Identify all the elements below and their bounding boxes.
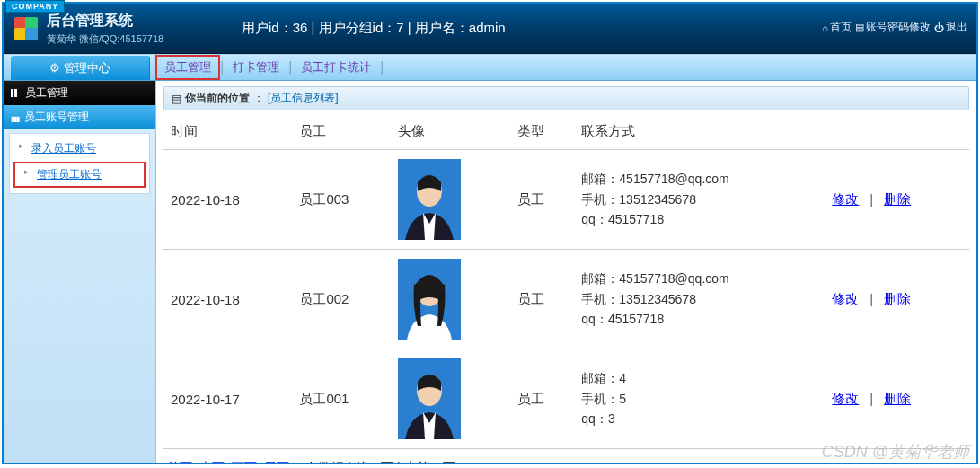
cell-contact: 邮箱：4手机：5qq：3 bbox=[574, 349, 825, 449]
cell-contact: 邮箱：45157718@qq.com手机：13512345678qq：45157… bbox=[574, 250, 825, 349]
page-next[interactable]: 下页 bbox=[232, 460, 257, 463]
col-time: 时间 bbox=[163, 114, 292, 150]
avatar-icon bbox=[398, 358, 461, 439]
cell-name: 员工003 bbox=[292, 150, 391, 250]
col-emp: 员工 bbox=[292, 114, 391, 150]
cell-date: 2022-10-18 bbox=[163, 150, 292, 250]
home-link[interactable]: ⌂首页 bbox=[822, 20, 852, 35]
table-row: 2022-10-18员工003员工邮箱：45157718@qq.com手机：13… bbox=[163, 150, 969, 250]
breadcrumb: ▤ 你当前的位置：[员工信息列表] bbox=[163, 86, 969, 110]
col-avatar: 头像 bbox=[391, 114, 510, 150]
main-content: ▤ 你当前的位置：[员工信息列表] 时间 员工 头像 类型 联系方式 2022-… bbox=[156, 81, 976, 463]
cell-date: 2022-10-18 bbox=[163, 250, 292, 349]
cell-name: 员工002 bbox=[292, 250, 391, 349]
system-subtitle: 黄菊华 微信/QQ:45157718 bbox=[47, 32, 163, 46]
cell-type: 员工 bbox=[510, 250, 574, 349]
header-user-info: 用户id：36 | 用户分组id：7 | 用户名：admin bbox=[242, 20, 506, 37]
cell-name: 员工001 bbox=[292, 349, 391, 449]
tab-bar: ⚙ 管理中心 员工管理 | 打卡管理 | 员工打卡统计 | bbox=[4, 54, 976, 81]
page-first[interactable]: 首页 bbox=[167, 460, 192, 463]
sidebar-group-employee[interactable]: 员工管理 bbox=[4, 81, 155, 105]
avatar-icon bbox=[398, 159, 461, 240]
cell-contact: 邮箱：45157718@qq.com手机：13512345678qq：45157… bbox=[574, 150, 825, 250]
employee-table: 时间 员工 头像 类型 联系方式 2022-10-18员工003员工邮箱：451… bbox=[163, 114, 969, 449]
edit-link[interactable]: 修改 bbox=[832, 291, 859, 306]
table-row: 2022-10-17员工001员工邮箱：4手机：5qq：3修改|删除 bbox=[163, 349, 969, 449]
avatar-icon bbox=[398, 259, 461, 340]
logout-link[interactable]: ⏻退出 bbox=[934, 20, 967, 35]
col-type: 类型 bbox=[510, 114, 574, 150]
pagination: 首页 上页 下页 尾页 3 条数据 | 总 1 页 | 当前 1 页 bbox=[163, 449, 969, 463]
sidebar-item-1[interactable]: 管理员工账号 bbox=[13, 162, 146, 188]
header-bar: 后台管理系统 黄菊华 微信/QQ:45157718 用户id：36 | 用户分组… bbox=[4, 4, 976, 54]
system-title: 后台管理系统 bbox=[47, 12, 163, 31]
management-center-button[interactable]: ⚙ 管理中心 bbox=[11, 56, 150, 80]
sidebar: 员工管理 员工账号管理 录入员工账号管理员工账号 bbox=[4, 81, 156, 463]
logo-icon bbox=[14, 17, 40, 42]
tab-1[interactable]: 打卡管理 bbox=[224, 59, 288, 75]
cell-avatar bbox=[391, 250, 510, 349]
bars-icon bbox=[11, 111, 19, 124]
tab-2[interactable]: 员工打卡统计 bbox=[292, 59, 380, 75]
doc-icon: ▤ bbox=[172, 93, 181, 105]
page-summary: 3 条数据 | 总 1 页 | 当前 1 页 bbox=[296, 460, 456, 463]
cell-type: 员工 bbox=[510, 349, 574, 449]
page-last[interactable]: 尾页 bbox=[264, 460, 289, 463]
company-tag: COMPANY bbox=[5, 0, 65, 13]
delete-link[interactable]: 删除 bbox=[884, 391, 911, 406]
page-prev[interactable]: 上页 bbox=[199, 460, 225, 463]
sidebar-group-account[interactable]: 员工账号管理 bbox=[4, 105, 155, 129]
delete-link[interactable]: 删除 bbox=[884, 291, 911, 306]
power-icon: ⏻ bbox=[934, 22, 944, 33]
delete-link[interactable]: 删除 bbox=[884, 191, 911, 207]
cell-avatar bbox=[391, 150, 510, 250]
col-contact: 联系方式 bbox=[574, 114, 825, 150]
grid-icon bbox=[11, 89, 20, 98]
tab-0[interactable]: 员工管理 bbox=[155, 55, 220, 80]
cell-type: 员工 bbox=[510, 150, 574, 250]
gear-icon: ⚙ bbox=[49, 56, 60, 81]
sidebar-item-0[interactable]: 录入员工账号 bbox=[10, 137, 149, 160]
cell-date: 2022-10-17 bbox=[163, 349, 292, 449]
change-password-link[interactable]: ▤账号密码修改 bbox=[855, 20, 931, 35]
edit-link[interactable]: 修改 bbox=[832, 391, 859, 406]
edit-link[interactable]: 修改 bbox=[832, 191, 859, 207]
table-row: 2022-10-18员工002员工邮箱：45157718@qq.com手机：13… bbox=[163, 250, 969, 349]
list-icon: ▤ bbox=[855, 22, 864, 33]
home-icon: ⌂ bbox=[822, 22, 828, 33]
cell-avatar bbox=[391, 349, 510, 449]
